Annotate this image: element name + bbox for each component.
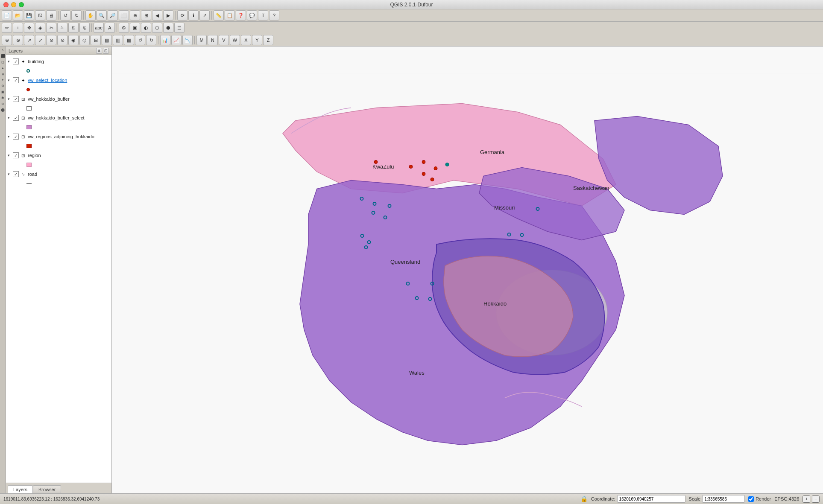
zoom-layer-button[interactable]: ⊕ <box>130 10 140 20</box>
plugin-btn-3[interactable]: ◐ <box>141 23 151 33</box>
left-tool-4[interactable]: ▲ <box>0 65 6 70</box>
layer-check-vw-select-location[interactable] <box>13 77 19 83</box>
tab-layers[interactable]: Layers <box>8 485 33 493</box>
plugin-btn-1[interactable]: ⚙ <box>119 23 129 33</box>
extra-btn-2[interactable]: N <box>208 35 218 45</box>
chart-btn-1[interactable]: 📊 <box>160 35 170 45</box>
attribute-button[interactable]: 📋 <box>225 10 235 20</box>
open-project-button[interactable]: 📂 <box>13 10 23 20</box>
plugin-btn-6[interactable]: ☰ <box>174 23 185 33</box>
adv-btn-3[interactable]: ↗ <box>24 35 34 45</box>
adv-btn-7[interactable]: ◉ <box>68 35 79 45</box>
adv-btn-9[interactable]: ⊞ <box>91 35 101 45</box>
refresh-button[interactable]: ⟳ <box>177 10 187 20</box>
left-tool-10[interactable]: ⊕ <box>0 101 6 106</box>
layer-check-road[interactable] <box>13 171 19 177</box>
edit-pencil-button[interactable]: ✏ <box>2 23 12 33</box>
coordinate-input[interactable] <box>617 495 685 503</box>
measure-button[interactable]: 📏 <box>214 10 224 20</box>
extra-btn-5[interactable]: X <box>241 35 251 45</box>
chart-btn-2[interactable]: 📈 <box>171 35 182 45</box>
layers-float-btn[interactable]: ⊡ <box>103 48 109 54</box>
zoom-prev-button[interactable]: ◀ <box>152 10 162 20</box>
adv-btn-10[interactable]: ▤ <box>102 35 112 45</box>
left-tool-1[interactable]: ↖ <box>0 47 6 52</box>
close-button[interactable] <box>3 2 9 7</box>
cut-feature-button[interactable]: ✁ <box>57 23 67 33</box>
extra-btn-1[interactable]: M <box>196 35 207 45</box>
zoom-in-status-btn[interactable]: + <box>802 495 810 503</box>
print-button[interactable]: 🖨 <box>46 10 56 20</box>
chart-btn-3[interactable]: 📉 <box>182 35 193 45</box>
label-select-button[interactable]: A <box>105 23 115 33</box>
layer-item-vw-regions[interactable]: ▾ ⊡ vw_regions_adjoining_hokkaido <box>6 132 111 141</box>
layer-item-vw-select-location[interactable]: ▾ ✦ vw_select_location <box>6 76 111 85</box>
layer-check-region[interactable] <box>13 152 19 158</box>
select-button[interactable]: ↗ <box>199 10 210 20</box>
adv-btn-11[interactable]: ▥ <box>113 35 123 45</box>
save-as-button[interactable]: 🖫 <box>35 10 45 20</box>
layer-check-vw-hokkaido-buffer-select[interactable] <box>13 115 19 121</box>
adv-btn-1[interactable]: ⊕ <box>2 35 12 45</box>
left-tool-11[interactable]: ⬤ <box>0 107 6 112</box>
adv-btn-12[interactable]: ▦ <box>124 35 134 45</box>
adv-btn-6[interactable]: ⊙ <box>57 35 67 45</box>
zoom-selection-button[interactable]: ⊞ <box>141 10 151 20</box>
copy-feature-button[interactable]: ⎘ <box>68 23 79 33</box>
layer-item-road[interactable]: ▾ ∿ road <box>6 169 111 179</box>
layer-item-building[interactable]: ▾ ✦ building <box>6 57 111 66</box>
node-tool-button[interactable]: ◈ <box>35 23 45 33</box>
info-button[interactable]: ℹ <box>188 10 199 20</box>
adv-btn-2[interactable]: ⊗ <box>13 35 23 45</box>
left-tool-2[interactable]: ⬛ <box>0 53 6 58</box>
delete-feature-button[interactable]: ✂ <box>46 23 56 33</box>
tab-browser[interactable]: Browser <box>33 485 61 493</box>
annotation-button[interactable]: T <box>258 10 268 20</box>
map-area[interactable]: Germania KwaZulu Missouri Saskatchewan Q… <box>112 47 823 493</box>
new-project-button[interactable]: 📄 <box>2 10 12 20</box>
adv-btn-5[interactable]: ⊘ <box>46 35 56 45</box>
scale-input[interactable] <box>702 495 745 503</box>
left-tool-6[interactable]: ✦ <box>0 77 6 82</box>
pan-button[interactable]: ✋ <box>85 10 96 20</box>
zoom-out-status-btn[interactable]: − <box>812 495 820 503</box>
extra-btn-6[interactable]: Y <box>252 35 262 45</box>
label-tool-button[interactable]: abc <box>94 23 104 33</box>
render-checkbox[interactable] <box>748 496 754 502</box>
adv-btn-14[interactable]: ↻ <box>146 35 156 45</box>
map-tips-button[interactable]: 💬 <box>247 10 257 20</box>
zoom-out-button[interactable]: 🔎 <box>108 10 118 20</box>
help-button[interactable]: ? <box>269 10 279 20</box>
layer-check-building[interactable] <box>13 58 19 64</box>
adv-btn-13[interactable]: ↺ <box>135 35 145 45</box>
layers-close-btn[interactable]: ✕ <box>96 48 102 54</box>
extra-btn-3[interactable]: V <box>219 35 229 45</box>
left-tool-7[interactable]: ⚙ <box>0 83 6 88</box>
plugin-btn-4[interactable]: ⬡ <box>152 23 162 33</box>
layer-item-vw-hokkaido-buffer[interactable]: ▾ ⊡ vw_hokkaido_buffer <box>6 94 111 104</box>
zoom-in-button[interactable]: 🔍 <box>97 10 107 20</box>
extra-btn-4[interactable]: W <box>230 35 240 45</box>
zoom-next-button[interactable]: ▶ <box>163 10 173 20</box>
add-feature-button[interactable]: + <box>13 23 23 33</box>
identify-button[interactable]: ❓ <box>236 10 246 20</box>
left-tool-8[interactable]: ▣ <box>0 89 6 94</box>
minimize-button[interactable] <box>11 2 16 7</box>
layer-item-vw-hokkaido-buffer-select[interactable]: ▾ ⊡ vw_hokkaido_buffer_select <box>6 113 111 122</box>
left-tool-9[interactable]: ✱ <box>0 95 6 100</box>
adv-btn-8[interactable]: ◎ <box>79 35 90 45</box>
left-tool-5[interactable]: ◈ <box>0 71 6 76</box>
layer-item-region[interactable]: ▾ ⊡ region <box>6 151 111 160</box>
redo-button[interactable]: ↻ <box>71 10 82 20</box>
plugin-btn-2[interactable]: ▣ <box>130 23 140 33</box>
extra-btn-7[interactable]: Z <box>263 35 273 45</box>
paste-feature-button[interactable]: ⎗ <box>79 23 90 33</box>
plugin-btn-5[interactable]: ⬢ <box>163 23 173 33</box>
left-tool-3[interactable]: ◻ <box>0 59 6 64</box>
move-feature-button[interactable]: ✥ <box>24 23 34 33</box>
adv-btn-4[interactable]: ⤢ <box>35 35 45 45</box>
maximize-button[interactable] <box>19 2 24 7</box>
layer-check-vw-hokkaido-buffer[interactable] <box>13 96 19 102</box>
layer-check-vw-regions[interactable] <box>13 134 19 140</box>
save-project-button[interactable]: 💾 <box>24 10 34 20</box>
